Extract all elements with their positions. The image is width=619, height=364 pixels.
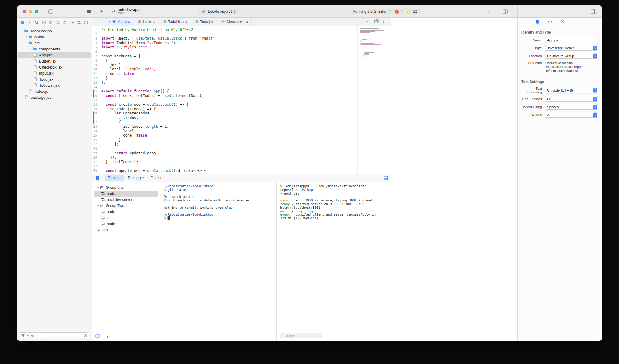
drawer-tab-terminal[interactable]: Terminal: [105, 175, 124, 181]
terminal-session-group-one[interactable]: Group one: [94, 185, 158, 191]
minimap-line: [361, 47, 378, 47]
version-control-navigator-icon[interactable]: [27, 20, 32, 25]
stop-button[interactable]: [87, 10, 91, 13]
add-terminal-button[interactable]: +: [106, 334, 109, 339]
layout-navigator-icon[interactable]: [84, 20, 88, 25]
type-select[interactable]: Javascript: React: [545, 45, 598, 51]
terminal-session-group-two[interactable]: Group Two: [94, 203, 158, 209]
sidebar-item-todolist.jsx[interactable]: TodoList.jsx: [18, 82, 91, 88]
toggle-inspector-icon[interactable]: [591, 5, 596, 17]
issue-navigator-icon[interactable]: [63, 20, 67, 25]
find-navigator-icon[interactable]: [34, 20, 39, 25]
terminal-output-left[interactable]: ~/Repositories/TodoListApp$ git status O…: [160, 182, 277, 341]
split-editor-icon[interactable]: [383, 19, 387, 24]
line-endings-select[interactable]: LF: [545, 96, 598, 102]
filter-options-icon[interactable]: [83, 333, 87, 337]
sidebar-item-checkbox.jsx[interactable]: Checkbox.jsx: [18, 64, 91, 70]
tab-index.js[interactable]: index.js: [134, 18, 159, 26]
terminal-session-zsh[interactable]: zsh: [94, 215, 158, 221]
help-inspector-icon[interactable]: [560, 19, 565, 24]
sidebar-item-button.jsx[interactable]: Button.jsx: [18, 58, 91, 64]
drawer-tab-output[interactable]: Output: [148, 175, 164, 181]
run-navigator-icon[interactable]: [48, 20, 53, 25]
text-encoding-select[interactable]: Unicode (UTF-8): [545, 88, 598, 93]
more-options-icon[interactable]: ⋯: [365, 19, 370, 24]
navigate-forward-icon[interactable]: ›: [100, 19, 102, 24]
project-branch-block[interactable]: todo-list-app main: [112, 8, 140, 15]
sidebar-item-src[interactable]: src: [18, 40, 91, 46]
chevron-down-icon[interactable]: [96, 186, 100, 189]
indent-using-select[interactable]: Spaces: [545, 104, 598, 110]
dropdown-arrows-icon[interactable]: [593, 105, 597, 109]
stepper-arrows-icon[interactable]: [593, 112, 597, 117]
terminal-session-node[interactable]: node: [94, 221, 158, 227]
dropdown-arrows-icon[interactable]: [593, 46, 597, 50]
terminal-icon: [101, 222, 106, 226]
add-button[interactable]: +: [488, 5, 491, 17]
field-label: Name: [521, 38, 542, 42]
sessions-panel-toggle-icon[interactable]: [95, 334, 100, 339]
terminal-filter-field[interactable]: Filter: [280, 333, 322, 338]
file-inspector-icon[interactable]: [535, 19, 540, 24]
drawer-sidebar-toggle-icon[interactable]: [95, 176, 100, 180]
dropdown-arrows-icon[interactable]: [593, 53, 597, 58]
sidebar-item-todo.jsx[interactable]: Todo.jsx: [18, 76, 91, 82]
sidebar-item-input.jsx[interactable]: Input.jsx: [18, 70, 91, 76]
line-number: 8: [92, 58, 101, 63]
chevron-down-icon[interactable]: [20, 29, 24, 32]
tab-app.jsx[interactable]: ✕App.jsx: [105, 18, 134, 26]
location-select[interactable]: Relative to Group: [545, 53, 598, 59]
chevron-right-icon[interactable]: [24, 35, 28, 38]
editor-layout-icon[interactable]: [503, 5, 508, 17]
sidebar-item-app.jsx[interactable]: App.jsx: [18, 52, 91, 58]
error-count: 4: [401, 9, 403, 14]
dropdown-arrows-icon[interactable]: [593, 97, 597, 101]
line-number: 29: [92, 151, 101, 156]
project-navigator-icon[interactable]: [20, 20, 25, 25]
run-button[interactable]: [100, 9, 104, 13]
zoom-window-button[interactable]: [35, 10, 38, 13]
dropdown-arrows-icon[interactable]: [593, 88, 597, 93]
sidebar-item-public[interactable]: public: [18, 34, 91, 40]
tab-todo.jsx[interactable]: Todo.jsx: [191, 18, 217, 26]
collapse-drawer-icon[interactable]: [384, 176, 388, 180]
minimize-window-button[interactable]: [29, 10, 32, 13]
terminal-session-node[interactable]: node: [94, 191, 158, 197]
terminal-session-node[interactable]: node: [94, 209, 158, 215]
tab-label: App.jsx: [118, 20, 130, 24]
code-editor[interactable]: 1// Created by Austin Condiff on 02/16/2…: [92, 26, 357, 174]
widths-stepper[interactable]: 2: [545, 112, 598, 118]
terminal-session-next-dev-server[interactable]: next dev server: [94, 197, 158, 203]
name-field[interactable]: App.jsx: [545, 37, 598, 43]
chevron-down-icon[interactable]: [29, 47, 33, 50]
close-window-button[interactable]: [23, 10, 26, 13]
inspector-body: Identity and TypeNameApp.jsxTypeJavascri…: [518, 26, 602, 341]
remove-terminal-button[interactable]: −: [112, 334, 115, 339]
tab-checkbox.jsx[interactable]: Checkbox.jsx: [217, 18, 252, 26]
debug-navigator-icon[interactable]: [56, 20, 60, 25]
history-inspector-icon[interactable]: [548, 19, 552, 24]
terminal-output-right[interactable]: > TodoListApp@0.1.0 dev /Users/austincon…: [277, 182, 391, 331]
sidebar-item-todolistapp[interactable]: TodoListApp: [18, 28, 91, 34]
package-navigator-icon[interactable]: [41, 20, 46, 25]
chevron-down-icon[interactable]: [96, 204, 100, 207]
compare-files-icon[interactable]: [374, 19, 379, 24]
toggle-sidebar-icon[interactable]: [48, 9, 53, 14]
chevron-down-icon[interactable]: [24, 41, 28, 44]
sidebar-item-package.json[interactable]: package.json: [18, 94, 91, 100]
project-name: todo-list-app: [118, 8, 140, 12]
tab-todolist.jsx[interactable]: TodoList.jsx: [159, 18, 191, 26]
close-tab-icon[interactable]: ✕: [108, 20, 111, 23]
item-label: Input.jsx: [39, 71, 53, 76]
minimap[interactable]: [357, 26, 391, 174]
terminal-session-zsh[interactable]: zsh: [94, 227, 158, 233]
sidebar-filter-field[interactable]: Filter: [19, 332, 89, 338]
sidebar-item-index.js[interactable]: index.js: [18, 88, 91, 94]
empty-editor-pane[interactable]: [391, 18, 517, 341]
sidebar-item-components[interactable]: components: [18, 46, 91, 52]
extension-navigator-icon[interactable]: [77, 20, 81, 25]
test-navigator-icon[interactable]: [70, 20, 74, 25]
drawer-tab-debugger[interactable]: Debugger: [125, 175, 147, 181]
navigate-back-icon[interactable]: ‹: [95, 19, 97, 24]
activity-status-pill[interactable]: todo-list-app v1.0.4 Running 1 of 2 task…: [199, 8, 421, 15]
